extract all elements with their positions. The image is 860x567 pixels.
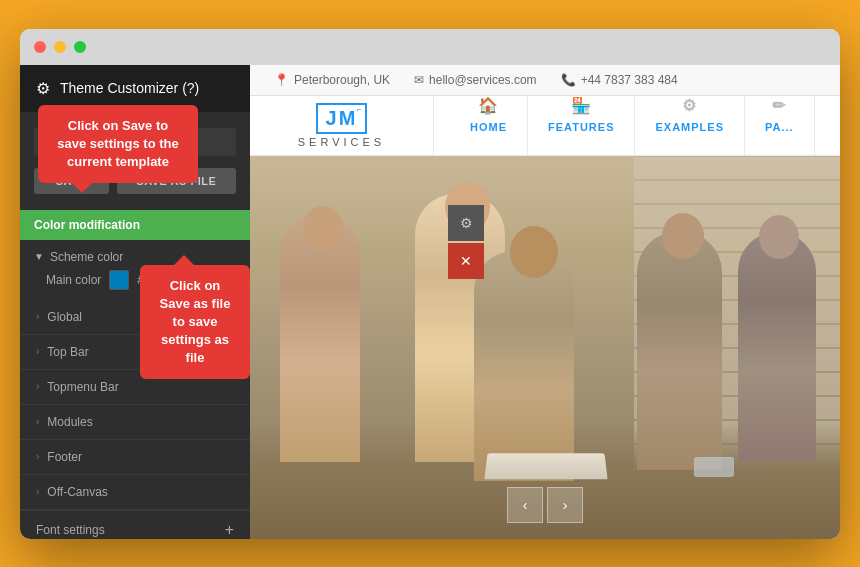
browser-content: ⚙ Theme Customizer (?) Click on Save to … [20, 65, 840, 539]
color-modification-tab[interactable]: Color modification [20, 210, 250, 240]
font-settings-label: Font settings [36, 523, 105, 537]
nav-links: 🏠 HOME 🏪 FEATURES ⚙ EXAMPLES ✏ PA... [434, 96, 815, 155]
carousel-next-button[interactable]: › [547, 487, 583, 523]
sidebar-item-modules[interactable]: › Modules [20, 405, 250, 440]
home-nav-icon: 🏠 [478, 96, 499, 115]
chevron-right-icon: › [36, 311, 39, 322]
phone-text: +44 7837 383 484 [581, 73, 678, 87]
close-float-button[interactable]: ✕ [448, 243, 484, 279]
logo-jm-text: JM [326, 107, 358, 130]
floating-buttons: ⚙ ✕ [448, 205, 484, 279]
add-font-button[interactable]: + [225, 521, 234, 539]
nav-more[interactable]: ✏ PA... [745, 96, 815, 155]
sidebar-item-offcanvas[interactable]: › Off-Canvas [20, 475, 250, 510]
logo: JM ⌐ SERVICES [298, 103, 385, 148]
theme-customizer-sidebar: ⚙ Theme Customizer (?) Click on Save to … [20, 65, 250, 539]
minimize-traffic-light[interactable] [54, 41, 66, 53]
top-info-bar: 📍 Peterborough, UK ✉ hello@services.com … [250, 65, 840, 96]
chevron-right-icon: › [36, 451, 39, 462]
navigation-bar: JM ⌐ SERVICES 🏠 HOME 🏪 FEATUR [250, 96, 840, 156]
hero-section: ‹ › [250, 156, 840, 539]
email-text: hello@services.com [429, 73, 537, 87]
more-nav-icon: ✏ [772, 96, 786, 115]
nav-features[interactable]: 🏪 FEATURES [528, 96, 635, 155]
email-info: ✉ hello@services.com [414, 73, 537, 87]
browser-window: ⚙ Theme Customizer (?) Click on Save to … [20, 29, 840, 539]
chevron-right-icon: › [36, 381, 39, 392]
location-text: Peterborough, UK [294, 73, 390, 87]
sidebar-item-footer[interactable]: › Footer [20, 440, 250, 475]
logo-services-text: SERVICES [298, 136, 385, 148]
main-color-label: Main color [46, 273, 101, 287]
color-swatch[interactable] [109, 270, 129, 290]
chevron-right-icon: › [36, 486, 39, 497]
font-settings-footer: Font settings + [20, 510, 250, 539]
settings-float-button[interactable]: ⚙ [448, 205, 484, 241]
website-preview: ⚙ ✕ 📍 Peterborough, UK ✉ hello@services.… [250, 65, 840, 539]
examples-nav-icon: ⚙ [682, 96, 697, 115]
maximize-traffic-light[interactable] [74, 41, 86, 53]
browser-titlebar [20, 29, 840, 65]
carousel-prev-button[interactable]: ‹ [507, 487, 543, 523]
nav-examples[interactable]: ⚙ EXAMPLES [635, 96, 745, 155]
sidebar-title: Theme Customizer (?) [60, 80, 199, 96]
chevron-right-icon: › [36, 416, 39, 427]
features-nav-icon: 🏪 [571, 96, 592, 115]
scheme-color-label[interactable]: ▼ Scheme color [34, 250, 236, 264]
phone-info: 📞 +44 7837 383 484 [561, 73, 678, 87]
phone-icon: 📞 [561, 73, 576, 87]
carousel-controls: ‹ › [507, 487, 583, 523]
gear-float-icon: ⚙ [460, 215, 473, 231]
email-icon: ✉ [414, 73, 424, 87]
save-tooltip: Click on Save to save settings to the cu… [38, 105, 198, 184]
location-icon: 📍 [274, 73, 289, 87]
location-info: 📍 Peterborough, UK [274, 73, 390, 87]
nav-home[interactable]: 🏠 HOME [450, 96, 528, 155]
save-as-tooltip: Click on Save as file to save settings a… [140, 265, 250, 380]
logo-area: JM ⌐ SERVICES [274, 96, 434, 155]
chevron-right-icon: › [36, 346, 39, 357]
gear-icon: ⚙ [36, 79, 50, 98]
close-traffic-light[interactable] [34, 41, 46, 53]
chevron-down-icon: ▼ [34, 251, 44, 262]
close-float-icon: ✕ [460, 253, 472, 269]
